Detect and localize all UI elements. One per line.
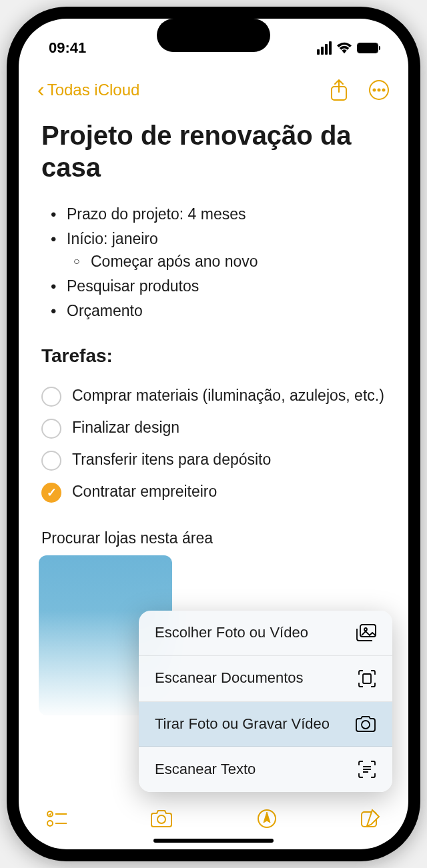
markup-icon [257,809,277,829]
body-text[interactable]: Procurar lojas nesta área [41,529,386,547]
svg-point-13 [47,821,53,826]
more-button[interactable] [368,79,390,101]
battery-icon [357,43,378,53]
svg-point-2 [374,89,376,91]
task-item[interactable]: Transferir itens para depósito [41,444,386,476]
scan-text-icon [358,760,376,779]
more-icon [368,79,390,101]
menu-scan-documents[interactable]: Escanear Documentos [139,656,392,702]
navigation-bar: ‹ Todas iCloud [19,65,408,114]
status-time: 09:41 [49,39,86,57]
chevron-left-icon: ‹ [37,77,45,102]
photo-library-icon [356,624,376,641]
back-button[interactable]: ‹ Todas iCloud [37,77,139,102]
note-title[interactable]: Projeto de renovação da casa [41,119,386,183]
tasks-heading[interactable]: Tarefas: [41,345,386,367]
bullet-item[interactable]: Prazo do projeto: 4 meses [41,202,386,227]
task-label[interactable]: Contratar empreiteiro [72,481,217,502]
svg-point-6 [364,628,367,631]
checklist-button[interactable] [47,810,67,827]
svg-rect-7 [363,674,371,683]
share-icon [330,79,348,101]
svg-point-3 [378,89,380,91]
task-item[interactable]: Comprar materiais (iluminação, azulejos,… [41,380,386,412]
task-label[interactable]: Finalizar design [72,417,179,438]
task-checkbox[interactable] [41,451,61,471]
task-label[interactable]: Transferir itens para depósito [72,449,271,470]
checklist-icon [47,810,67,827]
bottom-toolbar [19,797,408,849]
sub-bullet-item[interactable]: Começar após ano novo [67,251,386,273]
compose-icon [360,809,380,829]
menu-choose-photo[interactable]: Escolher Foto ou Vídeo [139,611,392,655]
bullet-item[interactable]: Orçamento [41,299,386,323]
menu-take-photo[interactable]: Tirar Foto ou Gravar Vídeo [139,702,392,747]
menu-label: Escanear Documentos [155,669,312,687]
share-button[interactable] [330,79,348,101]
task-checkbox[interactable] [41,419,61,439]
screen: 09:41 ‹ Todas iCloud [19,19,408,849]
task-item[interactable]: ✓ Contratar empreiteiro [41,476,386,508]
camera-icon [355,715,376,733]
compose-button[interactable] [360,809,380,829]
back-label: Todas iCloud [47,81,140,99]
menu-scan-text[interactable]: Escanear Texto [139,747,392,792]
bullet-list[interactable]: Prazo do projeto: 4 meses Início: janeir… [41,202,386,324]
menu-label: Escolher Foto ou Vídeo [155,624,316,641]
status-indicators [317,41,378,55]
task-checkbox-checked[interactable]: ✓ [41,483,61,503]
camera-icon [150,809,173,828]
menu-label: Escanear Texto [155,761,264,778]
task-item[interactable]: Finalizar design [41,412,386,444]
markup-button[interactable] [257,809,277,829]
wifi-icon [337,42,352,54]
cellular-icon [317,41,332,55]
bullet-item[interactable]: Início: janeiro Começar após ano novo [41,227,386,274]
task-label[interactable]: Comprar materiais (iluminação, azulejos,… [72,385,384,406]
phone-frame: 09:41 ‹ Todas iCloud [7,7,420,861]
bullet-text: Início: janeiro [67,230,158,247]
bullet-item[interactable]: Pesquisar produtos [41,274,386,299]
menu-label: Tirar Foto ou Gravar Vídeo [155,715,338,733]
camera-button[interactable] [150,809,173,828]
dynamic-island [157,19,270,52]
task-list: Comprar materiais (iluminação, azulejos,… [41,380,386,508]
scan-document-icon [358,669,376,688]
task-checkbox[interactable] [41,387,61,407]
svg-point-16 [157,815,165,823]
camera-context-menu: Escolher Foto ou Vídeo Escanear Document… [139,611,392,792]
svg-point-8 [362,721,370,729]
svg-point-4 [383,89,385,91]
